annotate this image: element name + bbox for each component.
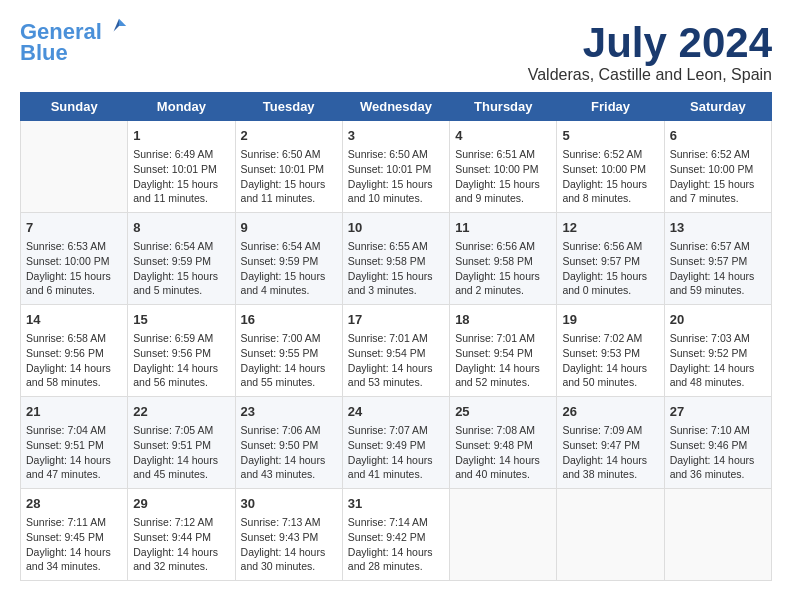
day-number: 30	[241, 495, 337, 513]
sunrise-text: Sunrise: 6:54 AM	[133, 239, 229, 254]
sunrise-text: Sunrise: 7:12 AM	[133, 515, 229, 530]
sunset-text: Sunset: 9:58 PM	[455, 254, 551, 269]
daylight-text: Daylight: 15 hours and 10 minutes.	[348, 177, 444, 206]
sunset-text: Sunset: 9:50 PM	[241, 438, 337, 453]
calendar-cell: 16Sunrise: 7:00 AMSunset: 9:55 PMDayligh…	[235, 305, 342, 397]
sunrise-text: Sunrise: 6:56 AM	[562, 239, 658, 254]
sunset-text: Sunset: 9:44 PM	[133, 530, 229, 545]
day-number: 29	[133, 495, 229, 513]
calendar-cell: 28Sunrise: 7:11 AMSunset: 9:45 PMDayligh…	[21, 488, 128, 580]
calendar-cell	[450, 488, 557, 580]
day-number: 31	[348, 495, 444, 513]
calendar-week-row: 14Sunrise: 6:58 AMSunset: 9:56 PMDayligh…	[21, 305, 772, 397]
day-number: 26	[562, 403, 658, 421]
sunset-text: Sunset: 9:56 PM	[133, 346, 229, 361]
calendar-header-row: SundayMondayTuesdayWednesdayThursdayFrid…	[21, 93, 772, 121]
daylight-text: Daylight: 14 hours and 48 minutes.	[670, 361, 766, 390]
daylight-text: Daylight: 15 hours and 7 minutes.	[670, 177, 766, 206]
sunset-text: Sunset: 9:55 PM	[241, 346, 337, 361]
sunrise-text: Sunrise: 6:50 AM	[348, 147, 444, 162]
logo: General Blue	[20, 20, 128, 66]
sunset-text: Sunset: 9:52 PM	[670, 346, 766, 361]
daylight-text: Daylight: 14 hours and 45 minutes.	[133, 453, 229, 482]
sunrise-text: Sunrise: 7:03 AM	[670, 331, 766, 346]
daylight-text: Daylight: 14 hours and 28 minutes.	[348, 545, 444, 574]
calendar-cell: 31Sunrise: 7:14 AMSunset: 9:42 PMDayligh…	[342, 488, 449, 580]
day-number: 18	[455, 311, 551, 329]
sunrise-text: Sunrise: 6:49 AM	[133, 147, 229, 162]
calendar-cell	[557, 488, 664, 580]
calendar-cell: 20Sunrise: 7:03 AMSunset: 9:52 PMDayligh…	[664, 305, 771, 397]
sunset-text: Sunset: 9:48 PM	[455, 438, 551, 453]
daylight-text: Daylight: 15 hours and 0 minutes.	[562, 269, 658, 298]
month-year-title: July 2024	[528, 20, 772, 66]
sunrise-text: Sunrise: 6:50 AM	[241, 147, 337, 162]
sunset-text: Sunset: 10:00 PM	[670, 162, 766, 177]
calendar-cell	[664, 488, 771, 580]
sunrise-text: Sunrise: 7:10 AM	[670, 423, 766, 438]
daylight-text: Daylight: 14 hours and 50 minutes.	[562, 361, 658, 390]
sunset-text: Sunset: 9:54 PM	[348, 346, 444, 361]
sunset-text: Sunset: 10:00 PM	[455, 162, 551, 177]
sunset-text: Sunset: 9:53 PM	[562, 346, 658, 361]
logo-icon	[110, 17, 128, 35]
day-number: 8	[133, 219, 229, 237]
daylight-text: Daylight: 14 hours and 30 minutes.	[241, 545, 337, 574]
sunset-text: Sunset: 9:54 PM	[455, 346, 551, 361]
sunset-text: Sunset: 9:57 PM	[562, 254, 658, 269]
calendar-table: SundayMondayTuesdayWednesdayThursdayFrid…	[20, 92, 772, 581]
column-header-sunday: Sunday	[21, 93, 128, 121]
sunset-text: Sunset: 9:59 PM	[133, 254, 229, 269]
calendar-cell: 12Sunrise: 6:56 AMSunset: 9:57 PMDayligh…	[557, 213, 664, 305]
sunset-text: Sunset: 9:42 PM	[348, 530, 444, 545]
calendar-cell: 21Sunrise: 7:04 AMSunset: 9:51 PMDayligh…	[21, 397, 128, 489]
sunrise-text: Sunrise: 6:59 AM	[133, 331, 229, 346]
sunrise-text: Sunrise: 7:14 AM	[348, 515, 444, 530]
day-number: 17	[348, 311, 444, 329]
calendar-cell: 24Sunrise: 7:07 AMSunset: 9:49 PMDayligh…	[342, 397, 449, 489]
calendar-cell: 14Sunrise: 6:58 AMSunset: 9:56 PMDayligh…	[21, 305, 128, 397]
calendar-cell: 23Sunrise: 7:06 AMSunset: 9:50 PMDayligh…	[235, 397, 342, 489]
daylight-text: Daylight: 14 hours and 36 minutes.	[670, 453, 766, 482]
sunrise-text: Sunrise: 7:09 AM	[562, 423, 658, 438]
day-number: 2	[241, 127, 337, 145]
daylight-text: Daylight: 14 hours and 32 minutes.	[133, 545, 229, 574]
daylight-text: Daylight: 15 hours and 6 minutes.	[26, 269, 122, 298]
calendar-cell: 5Sunrise: 6:52 AMSunset: 10:00 PMDayligh…	[557, 121, 664, 213]
calendar-cell	[21, 121, 128, 213]
sunrise-text: Sunrise: 6:58 AM	[26, 331, 122, 346]
day-number: 21	[26, 403, 122, 421]
calendar-cell: 9Sunrise: 6:54 AMSunset: 9:59 PMDaylight…	[235, 213, 342, 305]
column-header-tuesday: Tuesday	[235, 93, 342, 121]
calendar-week-row: 28Sunrise: 7:11 AMSunset: 9:45 PMDayligh…	[21, 488, 772, 580]
calendar-cell: 1Sunrise: 6:49 AMSunset: 10:01 PMDayligh…	[128, 121, 235, 213]
sunrise-text: Sunrise: 7:05 AM	[133, 423, 229, 438]
calendar-cell: 26Sunrise: 7:09 AMSunset: 9:47 PMDayligh…	[557, 397, 664, 489]
page-header: General Blue July 2024 Valderas, Castill…	[20, 20, 772, 84]
daylight-text: Daylight: 15 hours and 11 minutes.	[133, 177, 229, 206]
day-number: 23	[241, 403, 337, 421]
sunrise-text: Sunrise: 7:00 AM	[241, 331, 337, 346]
calendar-cell: 30Sunrise: 7:13 AMSunset: 9:43 PMDayligh…	[235, 488, 342, 580]
calendar-cell: 2Sunrise: 6:50 AMSunset: 10:01 PMDayligh…	[235, 121, 342, 213]
day-number: 5	[562, 127, 658, 145]
sunset-text: Sunset: 9:58 PM	[348, 254, 444, 269]
sunrise-text: Sunrise: 7:08 AM	[455, 423, 551, 438]
day-number: 6	[670, 127, 766, 145]
day-number: 10	[348, 219, 444, 237]
sunrise-text: Sunrise: 7:07 AM	[348, 423, 444, 438]
column-header-monday: Monday	[128, 93, 235, 121]
calendar-cell: 11Sunrise: 6:56 AMSunset: 9:58 PMDayligh…	[450, 213, 557, 305]
day-number: 19	[562, 311, 658, 329]
sunset-text: Sunset: 10:00 PM	[562, 162, 658, 177]
day-number: 1	[133, 127, 229, 145]
day-number: 13	[670, 219, 766, 237]
daylight-text: Daylight: 14 hours and 52 minutes.	[455, 361, 551, 390]
day-number: 27	[670, 403, 766, 421]
sunrise-text: Sunrise: 6:52 AM	[670, 147, 766, 162]
day-number: 20	[670, 311, 766, 329]
daylight-text: Daylight: 15 hours and 2 minutes.	[455, 269, 551, 298]
calendar-cell: 13Sunrise: 6:57 AMSunset: 9:57 PMDayligh…	[664, 213, 771, 305]
daylight-text: Daylight: 14 hours and 59 minutes.	[670, 269, 766, 298]
daylight-text: Daylight: 14 hours and 53 minutes.	[348, 361, 444, 390]
